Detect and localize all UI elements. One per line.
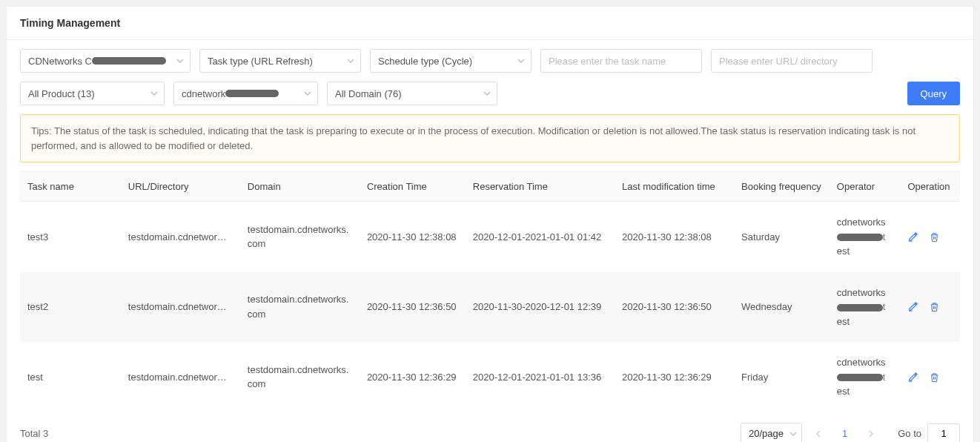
operator-text: est [837, 316, 850, 327]
th-last-mod: Last modification time [615, 172, 734, 202]
cell-reservation: 2020-12-01-2021-01-01 13:36 [466, 342, 615, 412]
url-directory-input[interactable] [711, 49, 873, 73]
operator-text: cdnetworks [837, 217, 886, 228]
table-row: test3testdomain.cdnetwor…testdomain.cdne… [20, 202, 960, 272]
edit-icon [907, 372, 918, 383]
cell-url: testdomain.cdnetwor… [121, 202, 240, 272]
th-domain: Domain [240, 172, 360, 202]
cell-creation: 2020-11-30 12:38:08 [360, 202, 466, 272]
edit-icon [907, 231, 918, 243]
pagination-bar: Total 3 20/page 1 Go to [7, 412, 973, 443]
operator-text: est [837, 245, 850, 257]
next-page-button[interactable] [864, 430, 878, 438]
delete-button[interactable] [929, 301, 940, 312]
operator-text: cdnetworks [837, 287, 886, 298]
th-operation: Operation [900, 172, 960, 202]
product-select[interactable]: All Product (13) [20, 82, 165, 105]
delete-button[interactable] [929, 372, 940, 383]
chevron-down-icon [304, 91, 311, 96]
redacted-text [837, 374, 883, 381]
goto-page-input[interactable] [927, 423, 960, 443]
cell-last-mod: 2020-11-30 12:36:50 [615, 272, 734, 343]
cell-url: testdomain.cdnetwor… [121, 342, 240, 412]
edit-icon [907, 301, 918, 312]
cell-creation: 2020-11-30 12:36:29 [360, 342, 466, 412]
trash-icon [929, 372, 940, 383]
table-row: testtestdomain.cdnetwor…testdomain.cdnet… [20, 342, 960, 412]
delete-button[interactable] [929, 231, 940, 243]
chevron-down-icon [483, 91, 491, 96]
tips-label: Tips: [31, 125, 52, 136]
cell-booking: Wednesday [734, 272, 830, 343]
customer-select[interactable]: CDNetworks C [20, 49, 191, 73]
cell-last-mod: 2020-11-30 12:36:29 [615, 342, 734, 412]
redacted-text [837, 234, 883, 241]
cell-booking: Friday [734, 342, 830, 412]
redacted-text [92, 57, 166, 65]
task-type-label: Task type (URL Refresh) [208, 56, 313, 67]
task-type-select[interactable]: Task type (URL Refresh) [199, 49, 361, 73]
tasks-table: Task name URL/Directory Domain Creation … [20, 171, 960, 412]
cell-operator: cdnetworkstest [830, 342, 901, 412]
cell-operation [900, 342, 960, 412]
current-page[interactable]: 1 [835, 428, 855, 439]
operator-text: cdnetworks [837, 357, 886, 368]
cell-domain: testdomain.cdnetworks.com [240, 272, 360, 343]
cell-operator: cdnetworkstest [830, 202, 901, 272]
cell-task-name: test2 [20, 272, 121, 343]
tips-banner: Tips: The status of the task is schedule… [20, 114, 960, 162]
schedule-type-label: Schedule type (Cycle) [378, 56, 472, 67]
prev-page-button[interactable] [811, 430, 826, 438]
cell-last-mod: 2020-11-30 12:38:08 [615, 202, 734, 272]
page-size-select[interactable]: 20/page [741, 423, 802, 443]
goto-label: Go to [898, 428, 921, 439]
th-task-name: Task name [20, 172, 121, 202]
table-row: test2testdomain.cdnetwor…testdomain.cdne… [20, 272, 960, 343]
cell-reservation: 2020-11-30-2020-12-01 12:39 [466, 272, 615, 343]
chevron-down-icon [176, 59, 184, 63]
redacted-text [837, 304, 883, 311]
cell-reservation: 2020-12-01-2021-01-01 01:42 [466, 202, 615, 272]
pagination-total: Total 3 [20, 428, 732, 439]
page-size-label: 20/page [749, 428, 784, 439]
chevron-down-icon [150, 91, 158, 96]
product-select-label: All Product (13) [28, 88, 95, 99]
trash-icon [929, 231, 940, 243]
chevron-down-icon [789, 432, 797, 436]
edit-button[interactable] [907, 231, 918, 243]
th-booking: Booking frequency [734, 172, 830, 202]
user-select-label: cdnetwork [182, 88, 225, 99]
cell-operation [900, 272, 960, 343]
cell-operation [900, 202, 960, 272]
th-reservation: Reservation Time [466, 172, 615, 202]
domain-select[interactable]: All Domain (76) [327, 82, 497, 105]
operator-text: est [837, 386, 850, 397]
th-url: URL/Directory [121, 172, 240, 202]
trash-icon [929, 301, 940, 312]
th-creation: Creation Time [360, 172, 466, 202]
redacted-text [225, 90, 279, 97]
schedule-type-select[interactable]: Schedule type (Cycle) [370, 49, 532, 73]
query-button[interactable]: Query [907, 82, 960, 105]
tips-text: The status of the task is scheduled, ind… [31, 125, 916, 151]
timing-management-panel: Timing Management CDNetworks C Task type… [6, 6, 974, 442]
cell-url: testdomain.cdnetwor… [121, 272, 240, 343]
cell-creation: 2020-11-30 12:36:50 [360, 272, 466, 343]
user-select[interactable]: cdnetwork [173, 82, 318, 105]
cell-operator: cdnetworkstest [830, 272, 901, 343]
chevron-left-icon [815, 430, 821, 438]
edit-button[interactable] [907, 301, 918, 312]
table-header-row: Task name URL/Directory Domain Creation … [20, 172, 960, 202]
th-operator: Operator [830, 172, 901, 202]
chevron-right-icon [868, 430, 874, 438]
domain-select-label: All Domain (76) [335, 88, 402, 99]
edit-button[interactable] [907, 372, 918, 383]
page-title: Timing Management [7, 7, 973, 40]
cell-task-name: test3 [20, 202, 121, 272]
filter-bar: CDNetworks C Task type (URL Refresh) Sch… [7, 40, 973, 114]
cell-domain: testdomain.cdnetworks.com [240, 342, 360, 412]
task-name-input[interactable] [540, 49, 702, 73]
chevron-down-icon [517, 59, 525, 63]
cell-domain: testdomain.cdnetworks.com [240, 202, 360, 272]
cell-booking: Saturday [734, 202, 830, 272]
